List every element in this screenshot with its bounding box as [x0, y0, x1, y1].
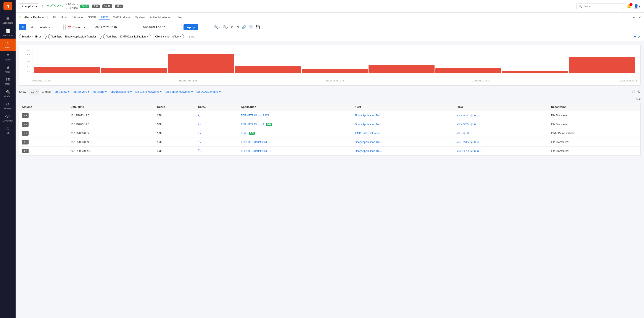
sidebar-item-alerts[interactable]: ⚠ Alerts ›	[0, 39, 16, 51]
tab-host[interactable]: Host	[59, 15, 69, 20]
sidebar-item-maps[interactable]: 🗺 Maps ›	[0, 75, 16, 87]
filter-remove-button[interactable]: ✕	[97, 35, 99, 38]
col-header-score[interactable]: Score	[154, 103, 196, 111]
notification-count: 3	[630, 3, 632, 6]
reset-button[interactable]: ↺	[230, 24, 234, 30]
top-alerts-button[interactable]: Top Alerts ▾	[92, 90, 107, 93]
flow-link[interactable]: office 💀 🖥 ⇄ ...	[456, 132, 474, 135]
dropdown-arrow: ▾	[26, 123, 27, 126]
clear-filters-button[interactable]: ✕	[638, 35, 640, 39]
col-header-description[interactable]: Description	[548, 103, 640, 111]
filter-remove-button[interactable]: ✕	[180, 35, 182, 38]
top-clients-button[interactable]: Top Clients ▾	[53, 90, 70, 93]
tab-snmp[interactable]: SNMP	[86, 15, 98, 20]
sidebar-item-dashboard[interactable]: ⊞ Dashboard ›	[0, 14, 16, 26]
tab-system[interactable]: System	[133, 15, 147, 20]
filter-remove-button[interactable]: ✕	[146, 35, 149, 38]
sidebar-item-monitoring[interactable]: 📊 Monitoring ›	[0, 26, 16, 39]
apply-button[interactable]: Apply	[184, 24, 198, 30]
filter-remove-button[interactable]: ✕	[42, 35, 44, 38]
row-action-button[interactable]: ≡ ▾	[22, 122, 28, 127]
xaxis-label: 15/Dec/2023 05:48	[179, 80, 197, 82]
refresh-table-button[interactable]: ↻	[638, 90, 640, 94]
flow-link[interactable]: office:36764 💀 🖥 ⇄ ...	[456, 123, 481, 126]
col-header-category[interactable]: Cate...	[196, 103, 238, 111]
zoom-in-button[interactable]: 🔍+	[213, 24, 221, 30]
col-header-alert[interactable]: Alert	[352, 103, 454, 111]
add-filter-button[interactable]: +	[634, 35, 636, 39]
search-box[interactable]: 🔍	[576, 3, 624, 9]
tab-monitoring[interactable]: Active Monitoring	[148, 15, 174, 20]
sidebar-item-interface[interactable]: 🔌 Interface ›	[0, 87, 16, 100]
row-action-button[interactable]: ≡ ▾	[22, 149, 28, 153]
flow-link[interactable]: office:39004 💀 🖥 ⇄ ...	[456, 141, 481, 143]
entries-select[interactable]: 10 25 50	[29, 89, 40, 94]
application-link[interactable]: TCP:HTTP.UbuntuONE ...	[241, 141, 271, 144]
next-period-button[interactable]: →	[207, 24, 212, 30]
application-link[interactable]: ICMP	[241, 132, 247, 135]
tab-flow[interactable]: Flow	[99, 15, 110, 20]
back-button[interactable]: ←	[632, 15, 636, 19]
monitor-toggle-button[interactable]: 🖥	[28, 24, 36, 30]
settings-icon: ⚙	[6, 102, 10, 107]
visibility-options-button[interactable]: 👁▾	[635, 97, 640, 101]
chart-bar	[569, 57, 635, 73]
alert-link[interactable]: Binary Application Tra...	[354, 123, 382, 126]
flow-link[interactable]: office:59796 💀 🖥 ⇄ ...	[456, 150, 481, 152]
badge-37[interactable]: 37 ≡	[115, 5, 123, 8]
application-link[interactable]: TCP:HTTP.Microsoft365 ...	[241, 114, 272, 117]
help-button[interactable]: ?	[638, 15, 640, 19]
app-logo[interactable]: n	[4, 2, 12, 11]
sidebar-item-hosts[interactable]: 🖥 Hosts ›	[0, 63, 16, 75]
cell-alert: Binary Application Tra...	[352, 111, 454, 120]
export-button[interactable]: 📄	[248, 24, 254, 30]
alert-link[interactable]: Binary Application Tra...	[354, 149, 382, 153]
yaxis-label: 0.0	[27, 71, 30, 74]
type-dropdown[interactable]: Alerts ▾	[38, 24, 64, 30]
alert-link[interactable]: Binary Application Tra...	[354, 141, 382, 144]
permalink-button[interactable]: 🔗	[241, 24, 247, 30]
notification-button[interactable]: 🔔 3	[626, 4, 631, 9]
refresh-button[interactable]: ↻	[236, 24, 240, 30]
divider: |	[47, 16, 48, 19]
date-to-input[interactable]	[141, 24, 182, 30]
row-action-button[interactable]: ≡ ▾	[22, 113, 28, 118]
sidebar-item-settings[interactable]: ⚙ Settings ›	[0, 100, 16, 112]
col-header-application[interactable]: Application	[238, 103, 352, 111]
col-header-datetime[interactable]: Date/Time	[68, 103, 154, 111]
columns-toggle-button[interactable]: ⊞	[632, 90, 635, 94]
flow-link[interactable]: office:48232 💀 🖥 ⇄ ...	[456, 114, 481, 117]
interface-selector[interactable]: 🖥 enp6s0 ▾	[19, 4, 39, 9]
top-applications-button[interactable]: Top Applications ▾	[109, 90, 132, 93]
row-action-button[interactable]: ≡ ▾	[22, 140, 28, 144]
topbar: 🖥 enp6s0 ▾ ↕ 4.60 Kbps 3.70 Kbps 36 🖥 2 …	[16, 0, 644, 13]
sidebar-item-developer[interactable]: </> Developer ›	[0, 112, 16, 124]
application-link[interactable]: TCP:HTTP.UbuntuONE ...	[241, 149, 271, 153]
badge-30[interactable]: 30 🔲	[102, 4, 112, 8]
save-button[interactable]: 💾	[255, 24, 261, 30]
top-client-networks-button[interactable]: Top Client Networks ▾	[134, 90, 162, 93]
top-dga-domains-button[interactable]: Top DGA Domains ▾	[196, 90, 221, 93]
alert-link[interactable]: ICMP Data Exfiltration	[354, 132, 380, 135]
prev-period-button[interactable]: ←	[201, 24, 206, 30]
badge-2[interactable]: 2 🖥	[92, 5, 100, 8]
user-menu-button[interactable]: 👤▾	[634, 4, 640, 9]
row-action-button[interactable]: ≡ ▾	[22, 131, 28, 136]
alert-link[interactable]: Binary Application Tra...	[354, 114, 382, 117]
col-header-flow[interactable]: Flow	[454, 103, 548, 111]
time-preset-dropdown[interactable]: 📅 Custom ▾	[65, 24, 91, 30]
view-toggle-button[interactable]: 👁	[19, 24, 26, 30]
date-from-input[interactable]	[93, 24, 134, 30]
sidebar-item-flows[interactable]: ≡ Flows ›	[0, 51, 16, 63]
badge-hosts[interactable]: 36 🖥	[80, 5, 89, 8]
application-link[interactable]: TCP:HTTP.Microsoft	[241, 123, 264, 126]
zoom-out-button[interactable]: 🔍-	[222, 24, 229, 30]
sidebar-item-help[interactable]: ⊙ Help	[0, 124, 16, 136]
tab-mac[interactable]: MAC Address	[111, 15, 132, 20]
tab-interface[interactable]: Interface	[70, 15, 85, 20]
search-input[interactable]	[584, 5, 622, 8]
tab-user[interactable]: User	[174, 15, 184, 20]
top-servers-button[interactable]: Top Servers ▾	[72, 90, 89, 93]
tab-all[interactable]: All	[50, 15, 58, 20]
top-server-networks-button[interactable]: Top Server Networks ▾	[164, 90, 192, 93]
